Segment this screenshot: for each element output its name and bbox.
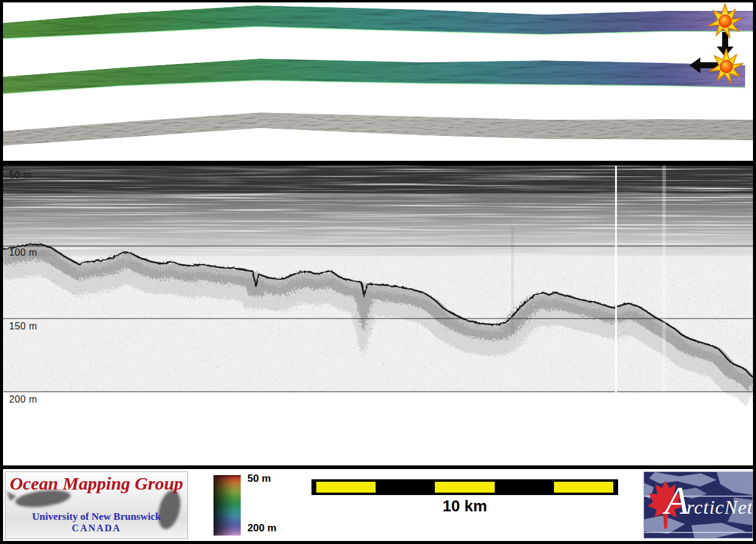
depth-colorbar xyxy=(213,475,241,536)
depth-label-100m: 100 m xyxy=(9,247,37,258)
footer-panel: Ocean Mapping Group University of New Br… xyxy=(3,469,753,541)
omg-title: Ocean Mapping Group xyxy=(5,473,187,494)
scale-bar-segment xyxy=(554,482,613,493)
bathymetry-swath-1 xyxy=(3,5,753,39)
logo-rule xyxy=(644,532,752,533)
water-column-noise-bands xyxy=(3,166,753,193)
omg-logo: Ocean Mapping Group University of New Br… xyxy=(5,471,188,539)
scale-bar xyxy=(311,479,618,495)
depth-label-50m: 50 m xyxy=(9,170,31,181)
arcticnet-logo: A rcticNet xyxy=(644,471,753,539)
scale-bar-segment xyxy=(435,482,494,493)
scale-bar-label: 10 km xyxy=(311,497,618,516)
noise-fade xyxy=(3,202,753,257)
scale-bar-segment xyxy=(316,482,376,493)
sidescan-swath xyxy=(3,112,753,146)
arcticnet-rest: rcticNet xyxy=(686,496,753,519)
figure-canvas: 50 m 100 m 150 m 200 m xyxy=(0,0,756,544)
bathymetry-swath-2 xyxy=(3,59,745,94)
colorbar-top-label: 50 m xyxy=(247,473,271,485)
scale-bar-segment xyxy=(376,482,435,493)
scale-bar-segment xyxy=(495,482,554,493)
swath-graphics xyxy=(3,2,753,161)
data-gap-line xyxy=(615,166,617,393)
depth-label-200m: 200 m xyxy=(9,394,37,405)
depth-label-150m: 150 m xyxy=(9,321,37,332)
colorbar-bottom-label: 200 m xyxy=(247,522,276,534)
subbottom-graphics xyxy=(3,166,753,465)
dark-ping-streak xyxy=(511,226,514,335)
arcticnet-wordmark: A rcticNet xyxy=(665,481,753,520)
omg-university: University of New Brunswick xyxy=(5,511,187,523)
arcticnet-initial: A xyxy=(665,481,689,520)
omg-country: CANADA xyxy=(5,523,187,534)
subbottom-profile-panel: 50 m 100 m 150 m 200 m xyxy=(3,166,753,465)
faint-data-gap xyxy=(662,166,666,392)
swath-panel xyxy=(3,2,753,161)
colorbar-hillshade xyxy=(213,475,241,536)
